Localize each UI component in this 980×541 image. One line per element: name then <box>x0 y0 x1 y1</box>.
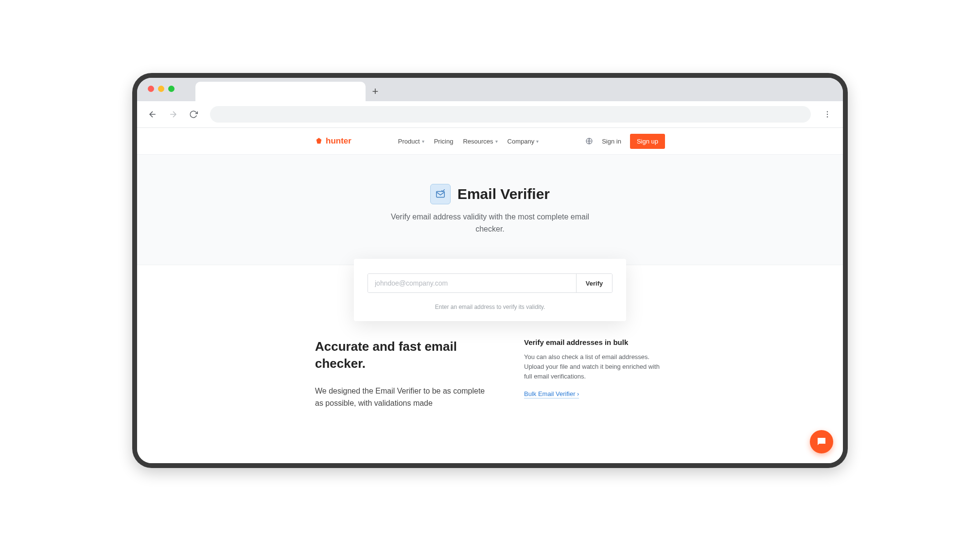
nav-company[interactable]: Company ▾ <box>508 138 539 145</box>
chevron-down-icon: ▾ <box>536 139 539 144</box>
verify-button[interactable]: Verify <box>576 274 612 292</box>
chevron-down-icon: ▾ <box>495 139 498 144</box>
email-input[interactable] <box>368 274 576 292</box>
email-verifier-icon <box>430 184 451 204</box>
screen: + hunter <box>137 78 843 463</box>
page-subtitle: Verify email address validity with the m… <box>378 211 602 235</box>
browser-toolbar <box>137 101 843 128</box>
bulk-body: You can also check a list of email addre… <box>524 352 665 381</box>
browser-more-button[interactable] <box>819 106 836 123</box>
input-help-text: Enter an email address to verify its val… <box>368 304 612 310</box>
chat-fab[interactable] <box>810 430 833 453</box>
logo-text: hunter <box>326 136 351 146</box>
close-window-icon[interactable] <box>148 86 154 92</box>
page-content: hunter Product ▾ Pricing Resources ▾ <box>137 128 843 463</box>
section-heading: Accurate and fast email checker. <box>315 338 495 372</box>
svg-point-1 <box>827 114 828 115</box>
maximize-window-icon[interactable] <box>168 86 175 92</box>
nav-product[interactable]: Product ▾ <box>398 138 424 145</box>
url-bar[interactable] <box>210 106 811 123</box>
nav-item-label: Resources <box>463 138 493 145</box>
hero: Email Verifier Verify email address vali… <box>137 155 843 265</box>
nav-item-label: Product <box>398 138 420 145</box>
bulk-verifier-link[interactable]: Bulk Email Verifier › <box>524 390 579 398</box>
svg-point-0 <box>827 111 828 112</box>
window-controls <box>148 86 175 92</box>
browser-tab[interactable] <box>195 82 366 101</box>
page-title: Email Verifier <box>457 186 550 202</box>
forward-button <box>164 106 182 123</box>
svg-point-2 <box>827 116 828 117</box>
email-input-row: Verify <box>368 273 612 293</box>
chevron-down-icon: ▾ <box>422 139 424 144</box>
main-nav: Product ▾ Pricing Resources ▾ Company <box>398 138 539 145</box>
language-button[interactable] <box>585 137 593 145</box>
nav-item-label: Company <box>508 138 535 145</box>
back-button[interactable] <box>144 106 161 123</box>
svg-rect-4 <box>437 192 445 198</box>
signup-button[interactable]: Sign up <box>630 134 665 149</box>
site-header: hunter Product ▾ Pricing Resources ▾ <box>137 128 843 155</box>
device-frame: + hunter <box>132 73 848 468</box>
reload-button[interactable] <box>185 106 202 123</box>
verify-card: Verify Enter an email address to verify … <box>354 259 626 321</box>
logo-icon <box>315 137 323 145</box>
minimize-window-icon[interactable] <box>158 86 164 92</box>
content-right: Verify email addresses in bulk You can a… <box>524 338 665 410</box>
signin-link[interactable]: Sign in <box>602 138 621 145</box>
header-right: Sign in Sign up <box>585 134 665 149</box>
nav-resources[interactable]: Resources ▾ <box>463 138 497 145</box>
section-body: We designed the Email Verifier to be as … <box>315 385 495 410</box>
browser-tab-strip: + <box>137 78 843 101</box>
nav-pricing[interactable]: Pricing <box>434 138 454 145</box>
content-left: Accurate and fast email checker. We desi… <box>315 338 495 410</box>
new-tab-button[interactable]: + <box>366 82 385 101</box>
bulk-heading: Verify email addresses in bulk <box>524 338 665 346</box>
nav-item-label: Pricing <box>434 138 454 145</box>
logo[interactable]: hunter <box>315 136 351 146</box>
chat-icon <box>816 436 827 448</box>
